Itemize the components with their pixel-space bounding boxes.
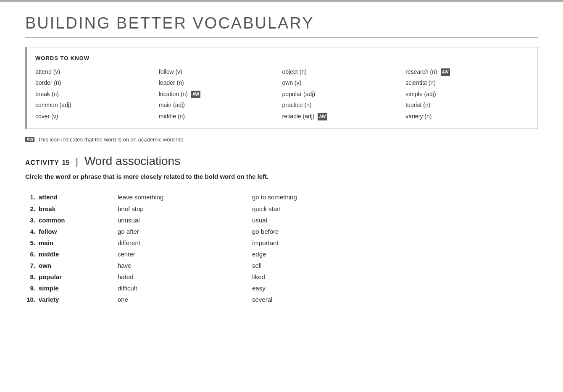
table-row: 7. own have sell [25,260,538,271]
item-3-word: common [39,217,65,224]
word-tourist: tourist (n) [405,100,529,110]
item-2-option2: quick start [252,205,387,212]
item-8-number-word: 8. popular [25,273,118,280]
item-1-dots: — — — — [387,194,538,201]
word-popular: popular (adj) [282,89,406,99]
words-column-4: research (n) AW scientist (n) simple (ad… [405,67,529,121]
word-own: own (v) [282,78,406,87]
item-9-option2: easy [252,285,387,292]
item-4-option2: go before [252,228,387,235]
aw-badge-research: AW [441,68,450,76]
page-content: BUILDING BETTER VOCABULARY WORDS TO KNOW… [0,2,563,322]
table-row: 5. main different important [25,237,538,248]
word-break: break (n) [35,89,159,99]
word-object: object (n) [282,67,406,76]
item-5-number: 5. [25,239,39,246]
item-5-number-word: 5. main [25,239,118,246]
word-middle: middle (n) [159,112,282,121]
activity-number: 15 [62,159,70,166]
activity-label: ACTIVITY [25,159,59,166]
page-title: BUILDING BETTER VOCABULARY [25,14,538,32]
item-2-number: 2. [25,205,39,212]
item-4-word: follow [39,228,57,235]
item-5-option2: important [252,239,387,246]
activity-title: Word associations [84,154,180,167]
activity-header: ACTIVITY 15 | Word associations [25,154,538,168]
activity-table: 1. attend leave something go to somethin… [25,191,538,305]
aw-badge-reliable: AW [318,113,327,120]
words-grid: attend (v) border (n) break (n) common (… [35,67,529,121]
word-reliable: reliable (adj) AW [282,112,406,121]
word-simple: simple (adj) [405,89,529,99]
word-scientist: scientist (n) [405,78,529,87]
item-7-option1: have [118,262,252,269]
item-1-option2: go to something [252,193,387,201]
item-3-option1: unusual [118,217,252,224]
word-main: main (adj) [159,100,282,110]
activity-instructions: Circle the word or phrase that is more c… [25,172,538,182]
word-attend: attend (v) [35,67,159,76]
item-9-option1: difficult [118,285,252,292]
item-7-number-word: 7. own [25,262,118,269]
item-10-option1: one [118,296,252,303]
word-research: research (n) AW [405,67,529,76]
table-row: 10. variety one several [25,294,538,305]
item-10-number: 10. [25,296,39,303]
aw-badge-location: AW [191,91,200,98]
item-1-number-word: 1. attend [25,193,118,201]
item-10-option2: several [252,296,387,303]
item-6-option2: edge [252,251,387,258]
table-row: 1. attend leave something go to somethin… [25,191,538,203]
word-border: border (n) [35,78,159,87]
words-to-know-box: WORDS TO KNOW attend (v) border (n) brea… [25,47,538,129]
word-leader: leader (n) [159,78,282,87]
words-column-1: attend (v) border (n) break (n) common (… [35,67,159,121]
table-row: 6. middle center edge [25,248,538,260]
item-10-number-word: 10. variety [25,296,118,303]
item-8-word: popular [39,273,62,280]
table-row: 3. common unusual usual [25,214,538,226]
item-4-number: 4. [25,228,39,235]
item-6-number-word: 6. middle [25,251,118,258]
words-column-3: object (n) own (v) popular (adj) practic… [282,67,406,121]
item-3-number-word: 3. common [25,217,118,224]
item-6-word: middle [39,251,59,258]
item-2-word: break [39,205,55,212]
item-5-option1: different [118,239,252,246]
word-location: location (n) AW [159,89,282,99]
words-column-2: follow (v) leader (n) location (n) AW ma… [159,67,282,121]
item-6-option1: center [118,251,252,258]
item-3-option2: usual [252,217,387,224]
item-10-word: variety [39,296,59,303]
item-2-option1: brief stop [118,205,252,212]
word-variety: variety (n) [405,112,529,121]
item-9-number: 9. [25,285,39,292]
item-9-word: simple [39,285,59,292]
word-common: common (adj) [35,100,159,110]
word-follow: follow (v) [159,67,282,76]
activity-divider: | [76,156,78,167]
item-8-number: 8. [25,273,39,280]
item-4-option1: go after [118,228,252,235]
item-7-word: own [39,262,51,269]
aw-note: AW This icon indicates that the word is … [25,136,538,143]
item-2-number-word: 2. break [25,205,118,212]
item-7-option2: sell [252,262,387,269]
aw-note-text: This icon indicates that the word is on … [38,136,184,143]
word-cover: cover (v) [35,112,159,121]
table-row: 4. follow go after go before [25,226,538,237]
item-5-word: main [39,239,53,246]
item-7-number: 7. [25,262,39,269]
item-9-number-word: 9. simple [25,285,118,292]
item-8-option2: liked [252,273,387,280]
item-6-number: 6. [25,251,39,258]
item-1-number: 1. [25,193,39,201]
table-row: 8. popular hated liked [25,271,538,282]
table-row: 2. break brief stop quick start [25,203,538,214]
aw-note-badge: AW [25,137,34,142]
item-3-number: 3. [25,217,39,224]
item-1-word: attend [39,193,58,201]
table-row: 9. simple difficult easy [25,282,538,294]
words-box-heading: WORDS TO KNOW [35,55,529,61]
title-divider [25,37,538,38]
